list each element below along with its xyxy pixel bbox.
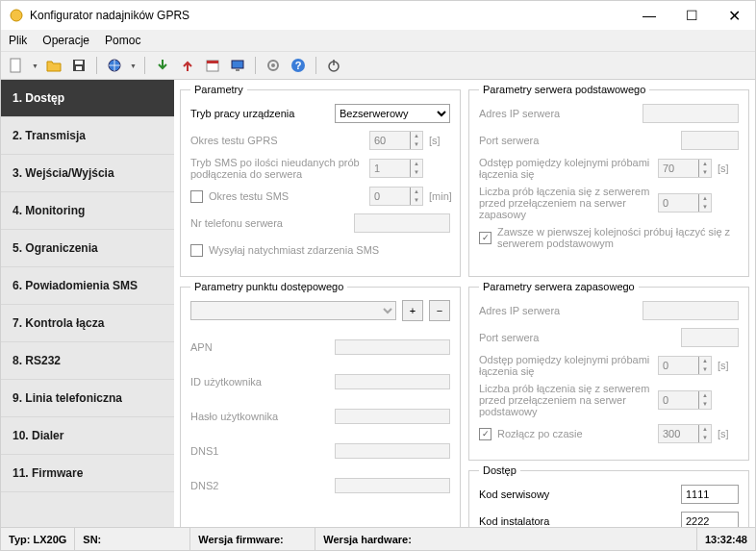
sms-mode-label: Tryb SMS po ilości nieudanych prób podłą… bbox=[190, 157, 364, 180]
menu-help[interactable]: Pomoc bbox=[105, 34, 140, 47]
sidebar-item-phone[interactable]: 9. Linia telefoniczna bbox=[1, 380, 174, 417]
sidebar-item-io[interactable]: 3. Wejścia/Wyjścia bbox=[1, 155, 174, 192]
sidebar-item-limits[interactable]: 5. Ograniczenia bbox=[1, 230, 174, 267]
ap-add-button[interactable]: + bbox=[402, 300, 423, 321]
backup-retry-input[interactable]: 0▲▼ bbox=[658, 356, 712, 375]
send-now-checkbox[interactable] bbox=[190, 244, 203, 257]
calendar-icon[interactable] bbox=[203, 56, 222, 75]
toolbar: ▼ ▼ ? bbox=[1, 52, 755, 80]
apn-pass-input[interactable] bbox=[335, 409, 450, 424]
dns2-input[interactable] bbox=[335, 478, 450, 493]
installer-code-label: Kod instalatora bbox=[479, 515, 675, 527]
upload-icon[interactable] bbox=[178, 56, 197, 75]
svg-rect-4 bbox=[76, 66, 82, 70]
dns2-label: DNS2 bbox=[190, 480, 329, 491]
gear-icon[interactable] bbox=[264, 56, 283, 75]
always-primary-label: Zawsze w pierwszej kolejności próbuj łąc… bbox=[497, 226, 739, 249]
ap-preset-select[interactable] bbox=[190, 301, 396, 320]
primary-retry-input[interactable]: 70▲▼ bbox=[658, 159, 712, 178]
group-primary-server: Parametry serwera podstawowego Adres IP … bbox=[468, 84, 749, 277]
mode-select[interactable]: Bezserwerowy bbox=[335, 104, 450, 123]
sms-test-label: Okres testu SMS bbox=[209, 190, 364, 202]
apn-pass-label: Hasło użytkownika bbox=[190, 411, 329, 422]
primary-attempts-label: Liczba prób łączenia się z serwerem prze… bbox=[479, 186, 652, 220]
globe-icon[interactable] bbox=[105, 56, 124, 75]
apn-user-label: ID użytkownika bbox=[190, 376, 329, 388]
primary-port-input[interactable] bbox=[681, 131, 739, 150]
download-icon[interactable] bbox=[153, 56, 172, 75]
content-area: Parametry Tryb pracy urządzenia Bezserwe… bbox=[174, 80, 755, 527]
sms-mode-input[interactable]: 1▲▼ bbox=[369, 159, 423, 178]
backup-ip-input[interactable] bbox=[643, 301, 739, 320]
dropdown-arrow-icon[interactable]: ▼ bbox=[130, 63, 137, 69]
send-now-label: Wysyłaj natychmiast zdarzenia SMS bbox=[209, 244, 450, 256]
disconnect-input[interactable]: 300▲▼ bbox=[658, 424, 712, 443]
group-parameters: Parametry Tryb pracy urządzenia Bezserwe… bbox=[180, 84, 461, 277]
sidebar-item-link[interactable]: 7. Kontrola łącza bbox=[1, 305, 174, 342]
apn-input[interactable] bbox=[335, 339, 450, 355]
group-backup-server-legend: Parametry serwera zapasowego bbox=[479, 281, 639, 292]
sidebar-item-transmission[interactable]: 2. Transmisja bbox=[1, 117, 174, 155]
monitor-icon[interactable] bbox=[228, 56, 247, 75]
group-ap-legend: Parametry punktu dostępowego bbox=[190, 281, 347, 292]
sidebar-item-firmware[interactable]: 11. Firmware bbox=[1, 455, 174, 492]
primary-attempts-input[interactable]: 0▲▼ bbox=[658, 193, 712, 213]
group-ap: Parametry punktu dostępowego + − APN ID … bbox=[180, 281, 461, 527]
disconnect-checkbox[interactable]: ✓ bbox=[479, 428, 491, 440]
svg-rect-3 bbox=[75, 61, 83, 64]
server-phone-input[interactable] bbox=[354, 213, 450, 233]
status-type: Typ: LX20G bbox=[1, 528, 75, 550]
maximize-button[interactable]: ☐ bbox=[670, 1, 713, 30]
sidebar-item-monitoring[interactable]: 4. Monitoring bbox=[1, 192, 174, 230]
backup-port-input[interactable] bbox=[681, 328, 739, 347]
backup-retry-label: Odstęp pomiędzy kolejnymi próbami łączen… bbox=[479, 354, 652, 377]
status-bar: Typ: LX20G SN: Wersja firmware: Wersja h… bbox=[1, 527, 755, 550]
close-button[interactable]: ✕ bbox=[713, 1, 755, 30]
sms-test-input[interactable]: 0▲▼ bbox=[369, 187, 423, 206]
always-primary-checkbox[interactable]: ✓ bbox=[479, 232, 491, 244]
status-fw: Wersja firmware: bbox=[190, 528, 315, 550]
gprs-test-input[interactable]: 60▲▼ bbox=[369, 131, 423, 150]
backup-attempts-input[interactable]: 0▲▼ bbox=[658, 390, 712, 410]
minimize-button[interactable]: — bbox=[628, 1, 670, 30]
new-icon[interactable] bbox=[7, 56, 26, 75]
apn-user-input[interactable] bbox=[335, 374, 450, 389]
save-icon[interactable] bbox=[69, 56, 88, 75]
svg-rect-8 bbox=[232, 61, 243, 68]
svg-rect-7 bbox=[207, 61, 218, 63]
gprs-test-label: Okres testu GPRS bbox=[190, 135, 364, 146]
installer-code-input[interactable] bbox=[681, 512, 739, 527]
sidebar-item-rs232[interactable]: 8. RS232 bbox=[1, 342, 174, 380]
sidebar-item-access[interactable]: 1. Dostęp bbox=[1, 80, 174, 117]
main-area: 1. Dostęp 2. Transmisja 3. Wejścia/Wyjśc… bbox=[1, 80, 755, 527]
sidebar: 1. Dostęp 2. Transmisja 3. Wejścia/Wyjśc… bbox=[1, 80, 174, 527]
power-icon[interactable] bbox=[324, 56, 343, 75]
backup-port-label: Port serwera bbox=[479, 332, 675, 343]
ap-remove-button[interactable]: − bbox=[429, 300, 450, 321]
svg-rect-9 bbox=[236, 69, 239, 71]
group-access: Dostęp Kod serwisowy Kod instalatora PIN… bbox=[468, 464, 749, 527]
sms-test-checkbox[interactable] bbox=[190, 190, 203, 203]
unit-label: [s] bbox=[718, 360, 739, 371]
sidebar-item-dialer[interactable]: 10. Dialer bbox=[1, 417, 174, 455]
primary-ip-label: Adres IP serwera bbox=[479, 108, 637, 119]
dns1-input[interactable] bbox=[335, 443, 450, 459]
unit-label: [s] bbox=[429, 135, 450, 146]
unit-label: [s] bbox=[718, 163, 739, 174]
backup-attempts-label: Liczba prób łączenia się z serwerem prze… bbox=[479, 383, 652, 417]
group-backup-server: Parametry serwera zapasowego Adres IP se… bbox=[468, 281, 749, 461]
menu-operations[interactable]: Operacje bbox=[42, 34, 89, 47]
open-icon[interactable] bbox=[44, 56, 63, 75]
window-title: Konfigurator nadajników GPRS bbox=[30, 9, 628, 22]
sidebar-item-sms[interactable]: 6. Powiadomienia SMS bbox=[1, 267, 174, 305]
menu-file[interactable]: Plik bbox=[9, 34, 27, 47]
group-parameters-legend: Parametry bbox=[190, 84, 247, 95]
service-code-input[interactable] bbox=[681, 485, 739, 504]
primary-ip-input[interactable] bbox=[643, 104, 739, 123]
menu-bar: Plik Operacje Pomoc bbox=[1, 30, 755, 52]
status-time: 13:32:48 bbox=[697, 528, 755, 550]
dropdown-arrow-icon[interactable]: ▼ bbox=[32, 63, 38, 69]
help-icon[interactable]: ? bbox=[289, 56, 308, 75]
backup-ip-label: Adres IP serwera bbox=[479, 305, 637, 316]
title-bar: Konfigurator nadajników GPRS — ☐ ✕ bbox=[1, 1, 755, 30]
